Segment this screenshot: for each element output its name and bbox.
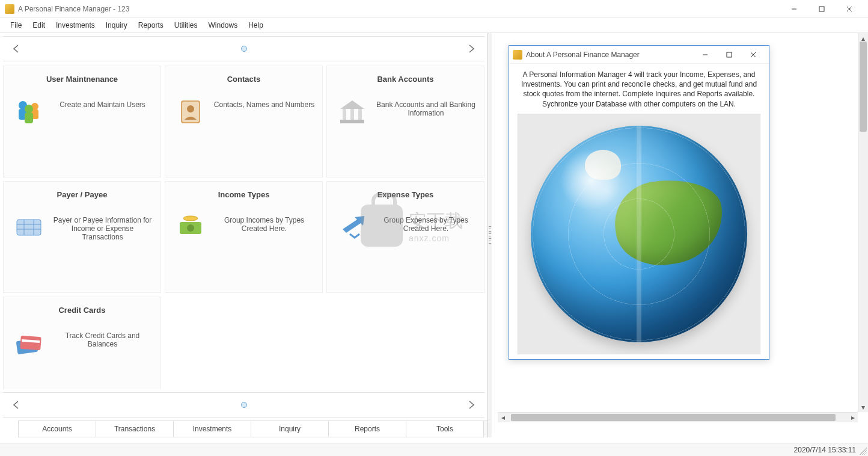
tiles-grid: User Maintnenance Create and Maintain Us… xyxy=(0,64,487,389)
menu-help[interactable]: Help xyxy=(243,19,269,31)
app-icon xyxy=(5,4,14,14)
status-timestamp: 2020/7/14 15:33:11 xyxy=(794,446,856,454)
scroll-thumb[interactable] xyxy=(860,42,867,132)
vertical-scrollbar[interactable]: ▴ ▾ xyxy=(858,33,868,412)
scroll-left-icon[interactable]: ◂ xyxy=(498,413,508,422)
tile-title: Contacts xyxy=(227,75,261,84)
titlebar: A Personal Finance Manager - 123 xyxy=(0,0,868,18)
window-title: A Personal Finance Manager - 123 xyxy=(18,5,129,13)
nav-prev-button-bottom[interactable] xyxy=(9,398,23,412)
svg-point-24 xyxy=(187,224,194,232)
expense-icon xyxy=(335,210,369,244)
tile-credit-cards[interactable]: Credit Cards Track Credit Cards and Bala… xyxy=(3,297,161,389)
svg-marker-13 xyxy=(340,100,364,109)
about-maximize-button[interactable] xyxy=(717,48,741,62)
tab-reports[interactable]: Reports xyxy=(328,421,406,437)
tile-income-types[interactable]: Income Types Group Incomes by Types Crea… xyxy=(165,181,323,293)
statusbar: 2020/7/14 15:33:11 xyxy=(0,443,868,456)
about-titlebar[interactable]: About A Personal Finance Manager xyxy=(509,46,769,64)
users-icon xyxy=(12,94,46,128)
tile-desc: Group Incomes by Types Created Here. xyxy=(211,216,317,233)
svg-rect-15 xyxy=(350,109,354,120)
menu-reports[interactable]: Reports xyxy=(133,19,169,31)
close-button[interactable] xyxy=(836,0,863,18)
svg-point-12 xyxy=(187,105,194,112)
bottom-tabs: Accounts Transactions Investments Inquir… xyxy=(18,421,487,437)
resize-grip-icon[interactable] xyxy=(860,448,867,455)
bank-icon xyxy=(335,94,369,128)
left-pane: User Maintnenance Create and Maintain Us… xyxy=(0,33,488,437)
menubar: File Edit Investments Inquiry Reports Ut… xyxy=(0,18,868,33)
payee-icon xyxy=(12,210,46,244)
tile-payer-payee[interactable]: Payer / Payee Payer or Payee Information… xyxy=(3,181,161,293)
tile-desc: Contacts, Names and Numbers xyxy=(211,100,317,109)
tile-desc: Bank Accounts and all Banking Informatio… xyxy=(373,100,479,117)
nav-next-button[interactable] xyxy=(464,42,478,56)
tile-title: Income Types xyxy=(218,190,270,199)
contacts-icon xyxy=(174,94,207,128)
about-close-button[interactable] xyxy=(741,48,765,62)
credit-cards-icon xyxy=(12,325,46,359)
menu-edit[interactable]: Edit xyxy=(27,19,50,31)
scroll-down-icon[interactable]: ▾ xyxy=(858,402,868,412)
globe-icon xyxy=(531,126,747,342)
tile-title: Credit Cards xyxy=(58,306,105,315)
tile-expense-types[interactable]: Expense Types Group Expenses by Types Cr… xyxy=(326,181,484,293)
menu-utilities[interactable]: Utilities xyxy=(169,19,203,31)
svg-rect-9 xyxy=(25,112,33,123)
tile-desc: Group Expenses by Types Created Here. xyxy=(373,216,479,233)
menu-file[interactable]: File xyxy=(5,19,27,31)
svg-rect-14 xyxy=(343,109,346,120)
tile-user-maintenance[interactable]: User Maintnenance Create and Maintain Us… xyxy=(3,66,161,177)
tile-title: Expense Types xyxy=(377,190,434,199)
svg-rect-18 xyxy=(17,220,41,235)
svg-rect-31 xyxy=(727,52,732,57)
about-window: About A Personal Finance Manager A Perso… xyxy=(509,45,769,360)
menu-windows[interactable]: Windows xyxy=(203,19,243,31)
tile-desc: Track Credit Cards and Balances xyxy=(49,331,156,348)
svg-rect-17 xyxy=(340,120,364,123)
menu-inquiry[interactable]: Inquiry xyxy=(100,19,133,31)
about-globe-image xyxy=(518,114,760,354)
svg-rect-1 xyxy=(819,7,824,11)
scroll-thumb[interactable] xyxy=(511,414,836,421)
page-indicator-icon xyxy=(241,402,247,408)
tile-contacts[interactable]: Contacts Contacts, Names and Numbers xyxy=(165,66,323,177)
tile-title: Payer / Payee xyxy=(57,190,108,199)
tab-transactions[interactable]: Transactions xyxy=(96,421,174,437)
svg-rect-28 xyxy=(20,336,41,350)
nav-row-bottom xyxy=(3,392,484,417)
app-icon xyxy=(513,50,522,60)
tile-bank-accounts[interactable]: Bank Accounts Bank Accounts and all Bank… xyxy=(326,66,484,177)
nav-row-top xyxy=(3,36,484,61)
tab-inquiry[interactable]: Inquiry xyxy=(251,421,329,437)
tile-desc: Payer or Payee Information for Income or… xyxy=(49,216,156,241)
horizontal-scrollbar[interactable]: ◂ ▸ xyxy=(498,412,858,422)
maximize-button[interactable] xyxy=(808,0,836,18)
nav-prev-button[interactable] xyxy=(9,42,23,56)
svg-rect-16 xyxy=(358,109,362,120)
menu-investments[interactable]: Investments xyxy=(50,19,100,31)
income-icon xyxy=(174,210,207,244)
tab-investments[interactable]: Investments xyxy=(173,421,251,437)
about-text: A Personal Information Manager 4 will tr… xyxy=(518,70,760,109)
tile-title: Bank Accounts xyxy=(377,75,433,84)
tile-title: User Maintnenance xyxy=(46,75,118,84)
page-indicator-icon xyxy=(241,46,247,52)
nav-next-button-bottom[interactable] xyxy=(464,398,478,412)
minimize-button[interactable] xyxy=(780,0,808,18)
svg-point-8 xyxy=(25,105,33,113)
tab-accounts[interactable]: Accounts xyxy=(18,421,96,437)
about-title: About A Personal Finance Manager xyxy=(526,51,640,59)
right-pane: About A Personal Finance Manager A Perso… xyxy=(492,33,868,437)
tile-desc: Create and Maintain Users xyxy=(49,100,156,109)
scroll-right-icon[interactable]: ▸ xyxy=(848,413,858,422)
about-minimize-button[interactable] xyxy=(693,48,717,62)
tab-tools[interactable]: Tools xyxy=(406,421,484,437)
